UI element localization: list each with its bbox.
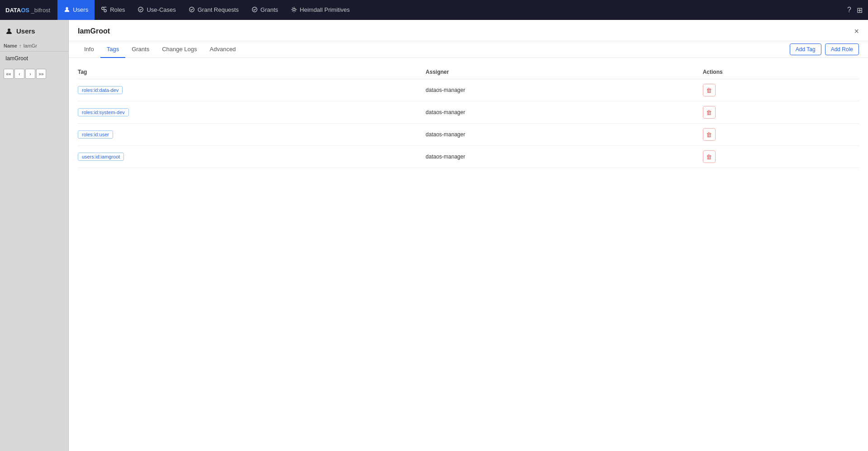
add-role-button[interactable]: Add Role bbox=[825, 43, 859, 55]
assigner-cell: dataos-manager bbox=[426, 124, 703, 146]
tab-grants-label: Grants bbox=[132, 46, 149, 53]
nav-tab-grant-requests[interactable]: Grant Requests bbox=[182, 0, 245, 20]
sidebar-title: Users bbox=[0, 20, 68, 40]
sidebar-title-label: Users bbox=[16, 27, 35, 35]
tag-cell: users:id:iamgroot bbox=[78, 146, 426, 168]
sidebar: Users Name ↑ IamGr IamGroot «« ‹ › »» bbox=[0, 20, 69, 451]
tab-advanced-label: Advanced bbox=[210, 46, 236, 53]
brand-os: OS bbox=[21, 7, 29, 14]
actions-cell: 🗑 bbox=[703, 124, 859, 146]
trash-icon: 🗑 bbox=[706, 109, 712, 116]
sidebar-filter-value: IamGr bbox=[23, 43, 37, 48]
tag-cell: roles:id:user bbox=[78, 124, 426, 146]
nav-tab-heimdall[interactable]: Heimdall Primitives bbox=[285, 0, 356, 20]
user-icon bbox=[64, 6, 70, 13]
grid-icon[interactable]: ⊞ bbox=[857, 6, 863, 14]
tab-change-logs[interactable]: Change Logs bbox=[156, 41, 203, 58]
top-navigation: DATAOS _bifrost Users Roles Use-Cases Gr… bbox=[0, 0, 868, 20]
tags-table-container: Tag Assigner Actions roles:id:data-devda… bbox=[69, 58, 868, 451]
brand-rest: _bifrost bbox=[29, 7, 50, 14]
sidebar-filter-direction: ↑ bbox=[19, 43, 22, 48]
actions-cell: 🗑 bbox=[703, 79, 859, 101]
tags-table-head: Tag Assigner Actions bbox=[78, 65, 859, 79]
sidebar-item-label: IamGroot bbox=[5, 55, 28, 62]
panel-close-button[interactable]: × bbox=[854, 27, 859, 35]
assigner-cell: dataos-manager bbox=[426, 79, 703, 101]
svg-point-2 bbox=[104, 10, 106, 12]
tab-info[interactable]: Info bbox=[78, 41, 100, 58]
sidebar-pagination: «« ‹ › »» bbox=[0, 65, 68, 82]
tab-actions: Add Tag Add Role bbox=[790, 43, 859, 55]
actions-cell: 🗑 bbox=[703, 146, 859, 168]
delete-tag-button[interactable]: 🗑 bbox=[703, 128, 716, 141]
svg-point-0 bbox=[66, 7, 68, 10]
trash-icon: 🗑 bbox=[706, 154, 712, 160]
sidebar-filter-label: Name bbox=[4, 43, 17, 48]
svg-point-8 bbox=[8, 29, 10, 31]
help-icon[interactable]: ? bbox=[847, 6, 851, 14]
tag-badge[interactable]: roles:id:user bbox=[78, 130, 113, 139]
roles-icon bbox=[101, 6, 107, 13]
delete-tag-button[interactable]: 🗑 bbox=[703, 106, 716, 119]
assigner-cell: dataos-manager bbox=[426, 146, 703, 168]
nav-tab-grants-label: Grants bbox=[261, 6, 278, 13]
table-row: users:id:iamgrootdataos-manager🗑 bbox=[78, 146, 859, 168]
nav-tab-users-label: Users bbox=[73, 6, 88, 13]
tab-advanced[interactable]: Advanced bbox=[204, 41, 242, 58]
add-tag-button[interactable]: Add Tag bbox=[790, 43, 821, 55]
tab-change-logs-label: Change Logs bbox=[162, 46, 197, 53]
tag-badge[interactable]: roles:id:data-dev bbox=[78, 86, 123, 94]
actions-cell: 🗑 bbox=[703, 101, 859, 124]
tag-badge[interactable]: roles:id:system-dev bbox=[78, 108, 129, 116]
tag-cell: roles:id:data-dev bbox=[78, 79, 426, 101]
col-actions: Actions bbox=[703, 65, 859, 79]
grants-icon bbox=[251, 6, 258, 13]
app-layout: Users Name ↑ IamGr IamGroot «« ‹ › »» Ia… bbox=[0, 20, 868, 451]
brand-logo: DATAOS _bifrost bbox=[5, 7, 50, 14]
svg-point-1 bbox=[102, 7, 104, 10]
nav-tab-roles-label: Roles bbox=[110, 6, 125, 13]
panel-title: IamGroot bbox=[78, 27, 110, 35]
use-cases-icon bbox=[138, 6, 144, 13]
sidebar-user-icon bbox=[5, 28, 13, 35]
main-panel: IamGroot × Info Tags Grants Change Logs … bbox=[69, 20, 868, 451]
tab-tags-label: Tags bbox=[107, 46, 119, 53]
nav-tab-heimdall-label: Heimdall Primitives bbox=[300, 6, 350, 13]
brand-data: DATA bbox=[5, 7, 21, 14]
delete-tag-button[interactable]: 🗑 bbox=[703, 150, 716, 163]
tag-badge[interactable]: users:id:iamgroot bbox=[78, 153, 124, 161]
tags-table-body: roles:id:data-devdataos-manager🗑roles:id… bbox=[78, 79, 859, 168]
tab-grants[interactable]: Grants bbox=[125, 41, 156, 58]
nav-tab-roles[interactable]: Roles bbox=[95, 0, 131, 20]
assigner-cell: dataos-manager bbox=[426, 101, 703, 124]
pagination-last[interactable]: »» bbox=[36, 69, 46, 79]
panel-header: IamGroot × bbox=[69, 20, 868, 41]
table-row: roles:id:system-devdataos-manager🗑 bbox=[78, 101, 859, 124]
heimdall-icon bbox=[291, 6, 297, 13]
nav-tab-grants[interactable]: Grants bbox=[245, 0, 285, 20]
pagination-next[interactable]: › bbox=[25, 69, 35, 79]
nav-tab-use-cases-label: Use-Cases bbox=[147, 6, 175, 13]
nav-right-actions: ? ⊞ bbox=[847, 6, 863, 14]
tab-tags[interactable]: Tags bbox=[100, 41, 125, 58]
tags-table: Tag Assigner Actions roles:id:data-devda… bbox=[78, 65, 859, 168]
sidebar-filter: Name ↑ IamGr bbox=[0, 40, 68, 52]
tab-info-label: Info bbox=[84, 46, 94, 53]
pagination-prev[interactable]: ‹ bbox=[14, 69, 24, 79]
table-row: roles:id:data-devdataos-manager🗑 bbox=[78, 79, 859, 101]
nav-tab-users[interactable]: Users bbox=[57, 0, 95, 20]
nav-tab-grant-requests-label: Grant Requests bbox=[198, 6, 239, 13]
pagination-first[interactable]: «« bbox=[4, 69, 14, 79]
delete-tag-button[interactable]: 🗑 bbox=[703, 84, 716, 96]
nav-tab-use-cases[interactable]: Use-Cases bbox=[131, 0, 182, 20]
panel-tabs-bar: Info Tags Grants Change Logs Advanced Ad… bbox=[69, 41, 868, 58]
sidebar-item-iamgroot[interactable]: IamGroot bbox=[0, 52, 68, 65]
col-assigner: Assigner bbox=[426, 65, 703, 79]
trash-icon: 🗑 bbox=[706, 87, 712, 94]
trash-icon: 🗑 bbox=[706, 131, 712, 138]
grant-requests-icon bbox=[189, 6, 195, 13]
tag-cell: roles:id:system-dev bbox=[78, 101, 426, 124]
col-tag: Tag bbox=[78, 65, 426, 79]
table-row: roles:id:userdataos-manager🗑 bbox=[78, 124, 859, 146]
